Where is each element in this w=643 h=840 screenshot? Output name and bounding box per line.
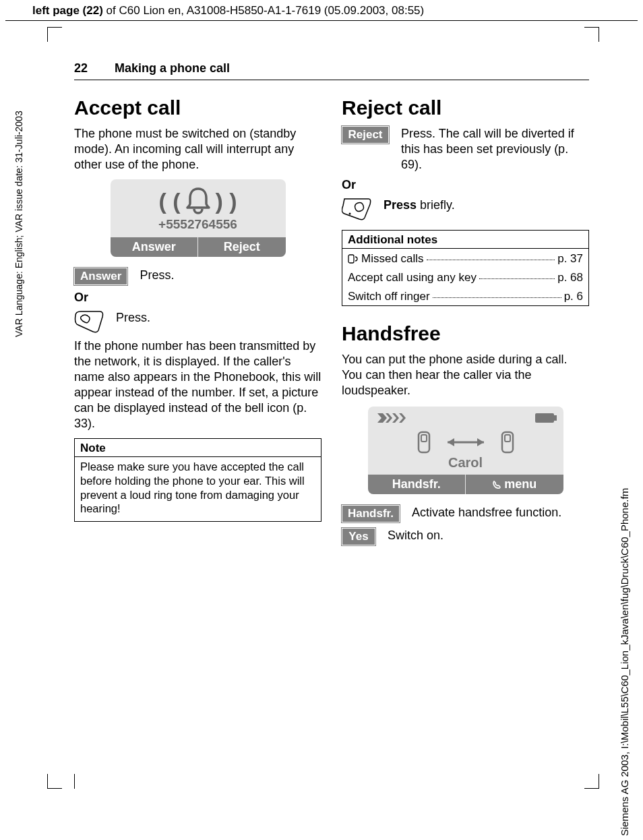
reject-action-text: Press. The call will be diverted if this… [401,126,589,173]
print-header: left page (22) of C60 Lion en, A31008-H5… [5,0,638,21]
yes-button-label[interactable]: Yes [342,528,375,545]
sound-wave-left-icon: ( ( [158,188,180,214]
status-bar [368,412,563,427]
signal-icon [377,412,408,424]
softkey-bar: Handsfr. menu [368,475,563,494]
leader-dots [479,268,555,279]
additional-note-page: p. 6 [564,290,583,303]
incoming-call-screen: ( ( ) ) +5552764556 Answer Reject [111,179,286,257]
left-column: Accept call The phone must be switched o… [74,91,322,551]
additional-note-row: Accept call using any key p. 68 [342,268,588,287]
end-key-icon[interactable] [342,198,371,220]
svg-rect-3 [421,435,427,442]
handsfree-button-label[interactable]: Handsfr. [342,505,400,522]
svg-point-0 [349,213,351,215]
call-key-icon[interactable] [74,310,104,333]
accept-call-details: If the phone number has been transmitted… [74,338,322,431]
svg-rect-1 [348,255,354,263]
crop-mark [47,774,62,789]
or-label: Or [74,291,322,305]
additional-notes-heading: Additional notes [342,231,588,249]
accept-call-heading: Accept call [74,96,322,119]
additional-note-page: p. 68 [557,271,583,284]
additional-note-row: Missed calls p. 37 [342,249,588,268]
running-head: 22 Making a phone call [74,61,589,80]
caller-number: +5552764556 [111,217,286,232]
bell-icon [185,186,212,216]
additional-note-label: Switch off ringer [348,290,430,303]
note-heading: Note [75,439,321,457]
running-title: Making a phone call [115,61,230,76]
page-number: 22 [74,61,88,76]
reject-call-heading: Reject call [342,96,589,119]
crop-mark [584,774,599,789]
or-label: Or [342,178,589,192]
softkey-bar: Answer Reject [111,237,286,257]
svg-rect-6 [505,435,510,442]
softkey-handsfree[interactable]: Handsfr. [368,475,466,494]
caller-name: Carol [368,455,563,471]
ringing-bell-row: ( ( ) ) [111,186,286,216]
reject-button-label[interactable]: Reject [342,126,389,144]
missed-call-icon [348,254,359,264]
handsfree-intro: You can put the phone aside during a cal… [342,352,589,398]
additional-note-page: p. 37 [557,252,583,266]
note-body: Please make sure you have accepted the c… [75,457,321,521]
handsfree-screen: Carol Handsfr. menu [368,407,563,494]
additional-note-label: Missed calls [348,252,424,266]
call-icon [492,480,501,489]
additional-notes-box: Additional notes Missed calls p. 37 Acce… [342,230,589,306]
softkey-reject[interactable]: Reject [198,237,286,257]
handsfree-heading: Handsfree [342,322,589,345]
header-bold: left page (22) [32,4,103,17]
additional-note-row: Switch off ringer p. 6 [342,287,588,305]
double-arrow-icon [442,436,489,448]
handsfree-action-text: Activate handsfree function. [412,505,561,520]
end-key-text-bold: Press [384,198,417,212]
leader-dots [427,249,555,260]
phone-icon [417,431,431,454]
crop-mark [74,774,75,789]
yes-action-text: Switch on. [388,528,443,543]
header-rest: of C60 Lion en, A31008-H5850-A1-1-7619 (… [103,4,424,17]
softkey-menu[interactable]: menu [466,475,563,494]
call-key-text: Press. [116,310,150,326]
right-column: Reject call Reject Press. The call will … [342,91,589,551]
additional-note-label: Accept call using any key [348,271,477,284]
answer-action-text: Press. [140,268,174,283]
note-box: Note Please make sure you have accepted … [74,438,322,522]
answer-button-label[interactable]: Answer [74,268,127,285]
handsfree-graphic [368,431,563,454]
end-key-text-rest: briefly. [417,198,455,212]
accept-call-intro: The phone must be switched on (standby m… [74,126,322,173]
softkey-answer[interactable]: Answer [111,237,199,257]
sound-wave-right-icon: ) ) [216,188,237,214]
battery-icon [535,413,554,423]
phone-icon [500,431,515,454]
end-key-text: Press briefly. [384,198,455,213]
softkey-menu-label: menu [504,477,537,491]
leader-dots [433,287,561,298]
